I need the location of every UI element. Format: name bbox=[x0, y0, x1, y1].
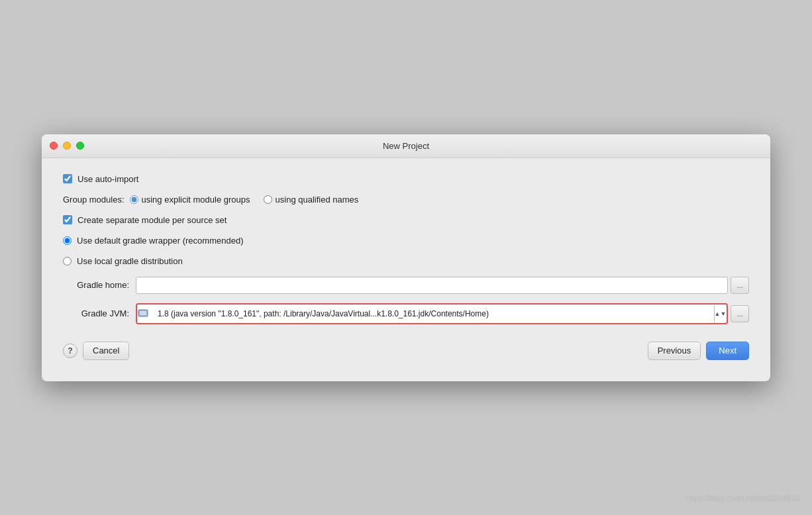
close-button[interactable] bbox=[50, 142, 58, 150]
titlebar: New Project bbox=[42, 134, 770, 158]
radio-explicit[interactable] bbox=[130, 195, 138, 204]
separate-module-row: Create separate module per source set bbox=[63, 215, 749, 225]
auto-import-checkbox[interactable] bbox=[63, 174, 72, 183]
default-gradle-row: Use default gradle wrapper (recommended) bbox=[63, 236, 749, 246]
radio-explicit-label: using explicit module groups bbox=[142, 195, 250, 205]
next-button[interactable]: Next bbox=[706, 342, 749, 360]
main-window: New Project Use auto-import Group module… bbox=[42, 134, 770, 381]
traffic-lights bbox=[50, 142, 84, 150]
svg-rect-1 bbox=[140, 311, 146, 315]
previous-button[interactable]: Previous bbox=[648, 342, 701, 360]
gradle-home-label: Gradle home: bbox=[63, 280, 129, 290]
form-area: Use auto-import Group modules: using exp… bbox=[63, 174, 749, 334]
gradle-jvm-row: Gradle JVM: 1.8 (java version "1.8.0_161… bbox=[63, 303, 749, 324]
maximize-button[interactable] bbox=[76, 142, 84, 150]
help-button[interactable]: ? bbox=[63, 344, 77, 358]
footer-right: Previous Next bbox=[648, 342, 749, 360]
separate-module-label: Create separate module per source set bbox=[77, 215, 227, 225]
auto-import-row: Use auto-import bbox=[63, 174, 749, 184]
radio-qualified-label: using qualified names bbox=[276, 195, 359, 205]
radio-explicit-option: using explicit module groups bbox=[130, 195, 250, 205]
gradle-jvm-label: Gradle JVM: bbox=[63, 308, 129, 318]
jvm-select-arrow[interactable]: ▲▼ bbox=[714, 305, 726, 322]
default-gradle-label: Use default gradle wrapper (recommended) bbox=[77, 236, 243, 246]
jvm-icon bbox=[138, 309, 148, 318]
local-gradle-label: Use local gradle distribution bbox=[77, 256, 183, 266]
gradle-home-input-wrap: ... bbox=[136, 277, 749, 294]
group-modules-label: Group modules: bbox=[63, 195, 125, 205]
radio-qualified[interactable] bbox=[264, 195, 272, 204]
gradle-home-input[interactable] bbox=[136, 277, 728, 294]
separate-module-checkbox[interactable] bbox=[63, 215, 72, 224]
gradle-jvm-browse-button[interactable]: ... bbox=[731, 305, 749, 322]
local-gradle-radio[interactable] bbox=[63, 257, 72, 265]
minimize-button[interactable] bbox=[63, 142, 71, 150]
footer-left: ? Cancel bbox=[63, 342, 129, 360]
gradle-home-row: Gradle home: ... bbox=[63, 277, 749, 294]
window-title: New Project bbox=[383, 141, 429, 151]
gradle-jvm-input-wrap: 1.8 (java version "1.8.0_161", path: /Li… bbox=[136, 303, 749, 324]
auto-import-label: Use auto-import bbox=[77, 174, 138, 184]
gradle-home-browse-button[interactable]: ... bbox=[731, 277, 749, 294]
watermark: https://blog.csdn.net/wd2014610 bbox=[685, 494, 800, 503]
dialog-content: Use auto-import Group modules: using exp… bbox=[42, 158, 770, 381]
group-modules-row: Group modules: using explicit module gro… bbox=[63, 195, 749, 205]
gradle-jvm-select[interactable]: 1.8 (java version "1.8.0_161", path: /Li… bbox=[154, 305, 711, 322]
cancel-button[interactable]: Cancel bbox=[83, 342, 129, 360]
radio-qualified-option: using qualified names bbox=[264, 195, 359, 205]
dialog-footer: ? Cancel Previous Next bbox=[63, 334, 749, 365]
local-gradle-row: Use local gradle distribution bbox=[63, 256, 749, 266]
jvm-select-wrap: 1.8 (java version "1.8.0_161", path: /Li… bbox=[136, 303, 728, 324]
default-gradle-radio[interactable] bbox=[63, 236, 72, 245]
